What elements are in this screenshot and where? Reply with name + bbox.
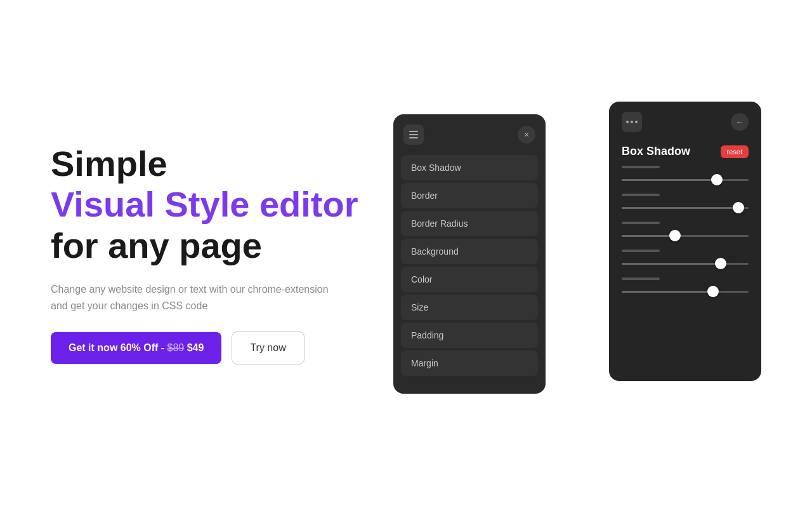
slider-thumb-2[interactable] bbox=[733, 202, 744, 213]
menu-item-background[interactable]: Background bbox=[401, 239, 538, 264]
slider-fill-5 bbox=[622, 291, 713, 293]
slider-fill-1 bbox=[622, 179, 717, 181]
hamburger-icon bbox=[409, 131, 418, 138]
menu-item-box-shadow[interactable]: Box Shadow bbox=[401, 155, 538, 180]
slider-group-2 bbox=[622, 194, 749, 214]
slider-label-2 bbox=[622, 194, 660, 196]
slider-track-3 bbox=[622, 235, 749, 237]
slider-fill-2 bbox=[622, 207, 738, 209]
slider-thumb-1[interactable] bbox=[711, 174, 723, 185]
close-icon: × bbox=[524, 130, 529, 140]
shadow-panel: ← Box Shadow reset bbox=[609, 102, 761, 381]
menu-item-color[interactable]: Color bbox=[401, 267, 538, 292]
slider-track-2 bbox=[622, 207, 749, 209]
headline-line2: Visual Style editor bbox=[51, 184, 381, 225]
headline-line1: Simple bbox=[51, 144, 381, 184]
slider-group-5 bbox=[622, 277, 749, 298]
slider-thumb-3[interactable] bbox=[669, 230, 681, 241]
reset-button[interactable]: reset bbox=[721, 145, 749, 158]
dots-button[interactable] bbox=[622, 112, 642, 132]
page-container: Simple Visual Style editor for any page … bbox=[0, 0, 812, 508]
slider-thumb-4[interactable] bbox=[715, 258, 726, 269]
dot3 bbox=[635, 121, 638, 123]
slider-group-3 bbox=[622, 222, 749, 242]
shadow-panel-title: Box Shadow bbox=[622, 145, 690, 158]
buttons-container: Get it now 60% Off - $89 $49 Try now bbox=[51, 331, 381, 364]
shadow-panel-header: ← bbox=[622, 112, 749, 132]
slider-track-container-2[interactable] bbox=[622, 201, 749, 214]
left-section: Simple Visual Style editor for any page … bbox=[51, 144, 381, 364]
slider-fill-4 bbox=[622, 263, 721, 265]
try-now-button[interactable]: Try now bbox=[232, 331, 304, 364]
menu-item-size[interactable]: Size bbox=[401, 295, 538, 320]
primary-btn-strikethrough: $89 bbox=[167, 342, 185, 353]
menu-panel: × Box Shadow Border Border Radius Backgr… bbox=[393, 114, 546, 394]
get-it-now-button[interactable]: Get it now 60% Off - $89 $49 bbox=[51, 332, 221, 364]
headline-line3: for any page bbox=[51, 225, 381, 266]
slider-track-4 bbox=[622, 263, 749, 265]
primary-btn-prefix: Get it now 60% Off - bbox=[69, 342, 167, 353]
menu-panel-header: × bbox=[401, 124, 538, 145]
slider-track-1 bbox=[622, 179, 749, 181]
slider-label-1 bbox=[622, 166, 660, 168]
close-button[interactable]: × bbox=[518, 126, 535, 144]
menu-item-padding[interactable]: Padding bbox=[401, 323, 538, 348]
slider-track-5 bbox=[622, 291, 749, 293]
slider-group-4 bbox=[622, 250, 749, 270]
slider-fill-3 bbox=[622, 235, 675, 237]
slider-thumb-5[interactable] bbox=[707, 286, 719, 297]
back-icon: ← bbox=[735, 117, 744, 127]
slider-track-container-3[interactable] bbox=[622, 229, 749, 242]
hamburger-button[interactable] bbox=[403, 124, 424, 145]
slider-label-5 bbox=[622, 277, 660, 280]
back-button[interactable]: ← bbox=[731, 113, 749, 131]
menu-item-border[interactable]: Border bbox=[401, 183, 538, 208]
slider-track-container-5[interactable] bbox=[622, 285, 749, 298]
menu-item-margin[interactable]: Margin bbox=[401, 351, 538, 376]
slider-group-1 bbox=[622, 166, 749, 186]
right-section: × Box Shadow Border Border Radius Backgr… bbox=[393, 102, 761, 406]
slider-label-3 bbox=[622, 222, 660, 224]
dot2 bbox=[631, 121, 633, 123]
slider-track-container-1[interactable] bbox=[622, 173, 749, 186]
primary-btn-price: $49 bbox=[184, 342, 204, 353]
dot1 bbox=[626, 121, 629, 123]
slider-label-4 bbox=[622, 250, 660, 252]
menu-item-border-radius[interactable]: Border Radius bbox=[401, 211, 538, 236]
description: Change any website design or text with o… bbox=[51, 281, 330, 314]
shadow-title-row: Box Shadow reset bbox=[622, 145, 749, 158]
slider-track-container-4[interactable] bbox=[622, 257, 749, 270]
headline: Simple Visual Style editor for any page bbox=[51, 144, 381, 266]
